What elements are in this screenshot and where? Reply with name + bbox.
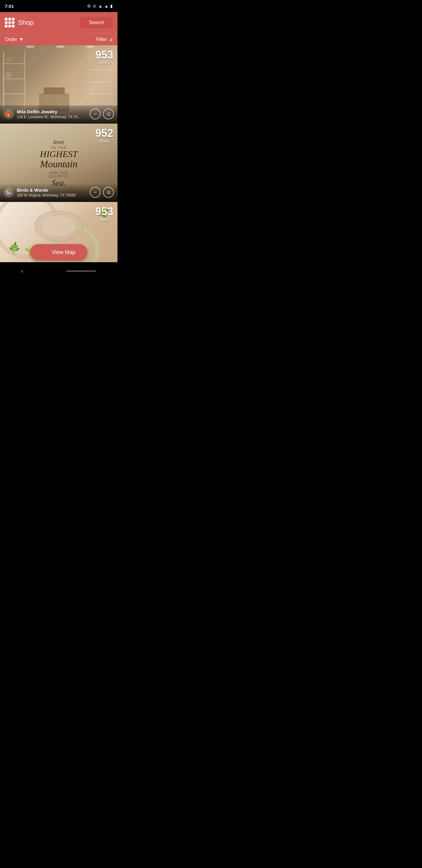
shop-card[interactable]: love TO THE HIGHEST Mountain AND THE DEE… bbox=[0, 124, 118, 202]
remove-button[interactable]: − bbox=[90, 108, 101, 119]
map-pin-icon: ⊙ bbox=[107, 111, 110, 117]
distance-unit: Miles bbox=[95, 138, 113, 144]
globe-line-3: HIGHEST bbox=[40, 150, 78, 158]
svg-rect-9 bbox=[13, 73, 20, 77]
svg-rect-7 bbox=[13, 59, 18, 62]
svg-rect-2 bbox=[3, 63, 25, 64]
svg-rect-14 bbox=[89, 69, 113, 70]
battery-icon: ▮ bbox=[110, 4, 112, 8]
back-button[interactable]: ‹ bbox=[21, 268, 23, 274]
svg-point-18 bbox=[56, 45, 65, 48]
view-map-button[interactable]: 📍 View Map bbox=[30, 244, 88, 260]
globe-line-5: AND THE bbox=[40, 171, 78, 175]
svg-point-17 bbox=[26, 45, 35, 48]
filter-funnel-icon: ⊿ bbox=[109, 36, 112, 42]
settings-icon: ⚙ bbox=[87, 4, 91, 8]
svg-rect-16 bbox=[89, 93, 113, 94]
svg-point-22 bbox=[42, 216, 75, 237]
globe-line-1: love bbox=[40, 138, 78, 146]
shop-list: 953 Miles 🎁 Mila Delfin Jewelry 118 E. L… bbox=[0, 45, 118, 262]
minus-icon: − bbox=[94, 190, 96, 195]
distance-badge: 953 Miles bbox=[95, 50, 113, 65]
wifi-icon: ▲ bbox=[98, 4, 102, 8]
svg-rect-8 bbox=[6, 72, 11, 77]
filter-label: Filter bbox=[96, 37, 107, 42]
map-location-icon: 📍 bbox=[42, 249, 49, 255]
location-button[interactable]: ⊙ bbox=[103, 187, 114, 198]
globe-line-6: DEEPEST bbox=[40, 175, 78, 178]
svg-rect-4 bbox=[3, 93, 25, 94]
minus-icon: − bbox=[94, 111, 96, 117]
filter-bar: Order ▼ Filter ⊿ bbox=[0, 33, 118, 45]
svg-point-19 bbox=[86, 45, 95, 48]
map-pin-icon: ⊙ bbox=[107, 190, 110, 195]
card-actions: − ⊙ bbox=[90, 187, 114, 198]
card-overlay: 🎠 Birds & Words 100 W Virginia, McKinney… bbox=[0, 183, 118, 202]
shop-name: Mila Delfin Jewelry bbox=[17, 109, 81, 114]
status-bar: 7:01 ⚙ ⊝ ▲ ▲ ▮ bbox=[0, 0, 118, 12]
card-text: Mila Delfin Jewelry 118 E. Lousiana St.,… bbox=[17, 109, 81, 119]
order-label: Order bbox=[5, 37, 17, 42]
card-text: Birds & Words 100 W Virginia, McKinney, … bbox=[17, 187, 75, 197]
shop-address: 118 E. Lousiana St., McKinney, TX 75... bbox=[17, 115, 81, 119]
app-title: Shop bbox=[18, 19, 33, 27]
view-map-container: 📍 View Map bbox=[0, 244, 118, 264]
distance-badge: 952 Miles bbox=[95, 128, 113, 144]
svg-rect-3 bbox=[3, 79, 25, 79]
home-indicator[interactable] bbox=[66, 270, 96, 272]
header-left: Shop bbox=[5, 18, 33, 27]
order-chevron-icon: ▼ bbox=[19, 37, 24, 42]
status-icons: ⚙ ⊝ ▲ ▲ ▮ bbox=[87, 4, 112, 8]
card-overlay: 🎁 Mila Delfin Jewelry 118 E. Lousiana St… bbox=[0, 105, 118, 124]
globe-line-4: Mountain bbox=[40, 158, 78, 170]
view-map-label: View Map bbox=[52, 249, 75, 255]
app-header: Shop Search bbox=[0, 12, 118, 33]
shop-address: 100 W Virginia, McKinney, TX 75069 bbox=[17, 193, 75, 197]
filter-button[interactable]: Filter ⊿ bbox=[96, 36, 112, 42]
svg-rect-11 bbox=[44, 87, 65, 94]
search-button[interactable]: Search bbox=[80, 17, 112, 28]
location-button[interactable]: ⊙ bbox=[103, 108, 114, 119]
shop-card[interactable]: 953 Miles 🎁 Mila Delfin Jewelry 118 E. L… bbox=[0, 45, 118, 124]
network-icon: ▲ bbox=[104, 4, 108, 8]
shop-type-icon: 🎠 bbox=[6, 190, 12, 195]
distance-badge: 953 Miles bbox=[95, 206, 113, 222]
card-info: 🎁 Mila Delfin Jewelry 118 E. Lousiana St… bbox=[4, 109, 90, 119]
grid-menu-icon[interactable] bbox=[5, 18, 14, 27]
distance-number: 952 bbox=[95, 128, 113, 138]
gift-icon: 🎁 bbox=[6, 112, 12, 117]
distance-number: 953 bbox=[95, 206, 113, 217]
order-button[interactable]: Order ▼ bbox=[5, 37, 24, 42]
distance-unit: Miles bbox=[95, 60, 113, 65]
remove-button[interactable]: − bbox=[90, 187, 101, 198]
svg-rect-15 bbox=[89, 82, 113, 82]
signal-icon: ⊝ bbox=[93, 4, 96, 8]
status-time: 7:01 bbox=[5, 4, 14, 9]
shop-category-icon: 🎠 bbox=[4, 187, 14, 198]
shop-category-icon: 🎁 bbox=[4, 109, 14, 119]
svg-rect-6 bbox=[6, 57, 12, 62]
bottom-nav: ‹ bbox=[0, 264, 118, 281]
card-info: 🎠 Birds & Words 100 W Virginia, McKinney… bbox=[4, 187, 90, 198]
distance-unit: Miles bbox=[95, 217, 113, 222]
card-actions: − ⊙ bbox=[90, 108, 114, 119]
decorative-bowl bbox=[32, 208, 86, 244]
distance-number: 953 bbox=[95, 50, 113, 60]
shop-name: Birds & Words bbox=[17, 187, 75, 193]
